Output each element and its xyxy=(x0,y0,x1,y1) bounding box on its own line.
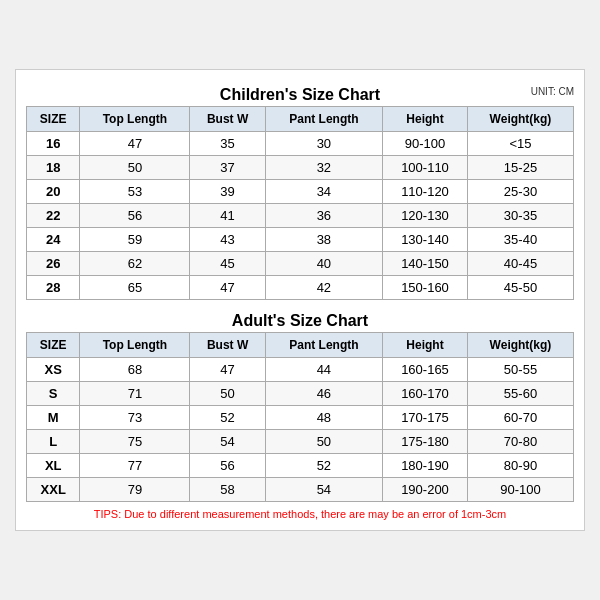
table-cell: 48 xyxy=(265,406,382,430)
table-cell: 110-120 xyxy=(383,180,468,204)
table-cell: 25-30 xyxy=(467,180,573,204)
table-row: L755450175-18070-80 xyxy=(27,430,574,454)
table-cell: 34 xyxy=(265,180,382,204)
table-cell: 40 xyxy=(265,252,382,276)
table-cell: L xyxy=(27,430,80,454)
table-cell: 38 xyxy=(265,228,382,252)
col-pant-length: Pant Length xyxy=(265,107,382,132)
table-cell: 190-200 xyxy=(383,478,468,502)
table-row: XL775652180-19080-90 xyxy=(27,454,574,478)
adult-table: SIZE Top Length Bust W Pant Length Heigh… xyxy=(26,332,574,502)
table-cell: 90-100 xyxy=(383,132,468,156)
table-cell: 42 xyxy=(265,276,382,300)
table-cell: 47 xyxy=(190,276,265,300)
table-cell: 65 xyxy=(80,276,190,300)
table-cell: 47 xyxy=(190,358,265,382)
unit-label: UNIT: CM xyxy=(531,86,574,97)
table-cell: XXL xyxy=(27,478,80,502)
col-weight-adult: Weight(kg) xyxy=(467,333,573,358)
tips-text: TIPS: Due to different measurement metho… xyxy=(26,508,574,520)
table-cell: 56 xyxy=(80,204,190,228)
table-cell: 180-190 xyxy=(383,454,468,478)
table-cell: 120-130 xyxy=(383,204,468,228)
table-cell: <15 xyxy=(467,132,573,156)
table-row: 18503732100-11015-25 xyxy=(27,156,574,180)
table-cell: 52 xyxy=(190,406,265,430)
table-cell: 20 xyxy=(27,180,80,204)
children-title-text: Children's Size Chart xyxy=(220,86,380,103)
table-row: XXL795854190-20090-100 xyxy=(27,478,574,502)
children-header-row: SIZE Top Length Bust W Pant Length Heigh… xyxy=(27,107,574,132)
table-cell: 35-40 xyxy=(467,228,573,252)
table-cell: 77 xyxy=(80,454,190,478)
table-cell: 160-165 xyxy=(383,358,468,382)
table-cell: 39 xyxy=(190,180,265,204)
table-cell: 73 xyxy=(80,406,190,430)
table-cell: 150-160 xyxy=(383,276,468,300)
table-cell: 50 xyxy=(265,430,382,454)
table-row: M735248170-17560-70 xyxy=(27,406,574,430)
col-height: Height xyxy=(383,107,468,132)
table-cell: 36 xyxy=(265,204,382,228)
table-cell: 62 xyxy=(80,252,190,276)
table-cell: 59 xyxy=(80,228,190,252)
table-cell: 40-45 xyxy=(467,252,573,276)
table-cell: 90-100 xyxy=(467,478,573,502)
chart-container: Children's Size Chart UNIT: CM SIZE Top … xyxy=(15,69,585,531)
table-cell: 175-180 xyxy=(383,430,468,454)
table-cell: 32 xyxy=(265,156,382,180)
table-cell: 140-150 xyxy=(383,252,468,276)
table-cell: 30 xyxy=(265,132,382,156)
table-cell: 15-25 xyxy=(467,156,573,180)
table-cell: 52 xyxy=(265,454,382,478)
col-top-length-adult: Top Length xyxy=(80,333,190,358)
col-top-length: Top Length xyxy=(80,107,190,132)
table-cell: 35 xyxy=(190,132,265,156)
table-cell: 24 xyxy=(27,228,80,252)
table-cell: 44 xyxy=(265,358,382,382)
table-cell: 50 xyxy=(80,156,190,180)
table-cell: 22 xyxy=(27,204,80,228)
table-row: S715046160-17055-60 xyxy=(27,382,574,406)
table-cell: 56 xyxy=(190,454,265,478)
table-cell: 16 xyxy=(27,132,80,156)
table-cell: 75 xyxy=(80,430,190,454)
table-cell: 46 xyxy=(265,382,382,406)
table-cell: 68 xyxy=(80,358,190,382)
table-row: 28654742150-16045-50 xyxy=(27,276,574,300)
table-cell: 54 xyxy=(265,478,382,502)
col-size-adult: SIZE xyxy=(27,333,80,358)
table-row: 24594338130-14035-40 xyxy=(27,228,574,252)
table-cell: 45-50 xyxy=(467,276,573,300)
table-cell: 55-60 xyxy=(467,382,573,406)
table-cell: 37 xyxy=(190,156,265,180)
table-cell: XL xyxy=(27,454,80,478)
table-cell: 70-80 xyxy=(467,430,573,454)
col-bust-w: Bust W xyxy=(190,107,265,132)
col-size: SIZE xyxy=(27,107,80,132)
children-table: SIZE Top Length Bust W Pant Length Heigh… xyxy=(26,106,574,300)
table-cell: 160-170 xyxy=(383,382,468,406)
col-weight: Weight(kg) xyxy=(467,107,573,132)
table-cell: 50 xyxy=(190,382,265,406)
table-cell: 28 xyxy=(27,276,80,300)
adult-title: Adult's Size Chart xyxy=(26,306,574,332)
children-title: Children's Size Chart UNIT: CM xyxy=(26,80,574,106)
table-row: 20533934110-12025-30 xyxy=(27,180,574,204)
table-cell: 54 xyxy=(190,430,265,454)
table-cell: S xyxy=(27,382,80,406)
table-cell: XS xyxy=(27,358,80,382)
adult-title-text: Adult's Size Chart xyxy=(232,312,368,329)
table-cell: 45 xyxy=(190,252,265,276)
table-cell: 43 xyxy=(190,228,265,252)
table-cell: 170-175 xyxy=(383,406,468,430)
table-cell: 30-35 xyxy=(467,204,573,228)
table-cell: 79 xyxy=(80,478,190,502)
table-cell: 53 xyxy=(80,180,190,204)
col-bust-w-adult: Bust W xyxy=(190,333,265,358)
col-height-adult: Height xyxy=(383,333,468,358)
table-cell: 58 xyxy=(190,478,265,502)
table-cell: M xyxy=(27,406,80,430)
table-cell: 47 xyxy=(80,132,190,156)
table-cell: 26 xyxy=(27,252,80,276)
